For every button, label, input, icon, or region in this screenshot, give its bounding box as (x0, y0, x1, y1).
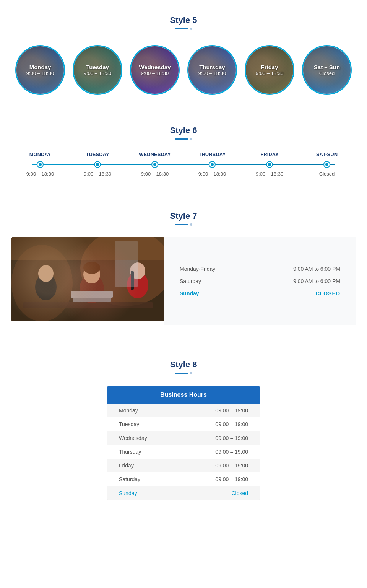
svg-point-5 (38, 265, 54, 282)
style6-dot-wrapper-1 (73, 161, 122, 168)
style6-day-label-1: TUESDAY (73, 151, 122, 157)
style6-line-row (11, 161, 356, 168)
circle-day-3: Thursday (199, 64, 225, 70)
style8-hours-6: Closed (231, 490, 248, 496)
style7-row-0: Monday-Friday9:00 AM to 6:00 PM (180, 266, 340, 272)
style7-day-0: Monday-Friday (180, 266, 215, 272)
style8-container: Business Hours Monday09:00 – 19:00Tuesda… (107, 386, 260, 500)
circle-hours-1: 9:00 – 18:30 (84, 70, 111, 76)
circle-item-1: Tuesday 9:00 – 18:30 (73, 45, 122, 95)
circle-hours-4: 9:00 – 18:30 (256, 70, 283, 76)
style6-day-label-3: THURSDAY (187, 151, 237, 157)
circle-item-5: Sat – Sun Closed (302, 45, 352, 95)
style7-title: Style 7 (0, 196, 367, 221)
style6-dot-5 (323, 161, 330, 168)
style6-dot-0 (37, 161, 44, 168)
style8-row-5: Saturday09:00 – 19:00 (107, 472, 260, 486)
style6-hours-label-3: 9:00 – 18:30 (187, 171, 237, 177)
style5-circles-row: Monday 9:00 – 18:30 Tuesday 9:00 – 18:30… (0, 41, 367, 110)
style7-time-2: CLOSED (316, 290, 340, 296)
style8-day-6: Sunday (119, 490, 137, 496)
style6-day-label-4: FRIDAY (245, 151, 294, 157)
style8-hours-2: 09:00 – 19:00 (215, 435, 248, 441)
style8-day-3: Thursday (119, 449, 141, 455)
style8-hours-3: 09:00 – 19:00 (215, 449, 248, 455)
svg-point-6 (80, 274, 104, 303)
svg-point-1 (80, 237, 164, 306)
style7-table-card: Monday-Friday9:00 AM to 6:00 PMSaturday9… (164, 237, 356, 325)
style8-day-0: Monday (119, 407, 138, 414)
style8-hours-1: 09:00 – 19:00 (215, 421, 248, 427)
circle-item-2: Wednesday 9:00 – 18:30 (130, 45, 180, 95)
style6-hours-row: 9:00 – 18:309:00 – 18:309:00 – 18:309:00… (11, 168, 356, 177)
style8-day-2: Wednesday (119, 435, 147, 441)
svg-rect-3 (23, 302, 153, 308)
svg-rect-0 (11, 237, 164, 321)
style8-row-1: Tuesday09:00 – 19:00 (107, 417, 260, 431)
circle-day-1: Tuesday (86, 64, 109, 70)
style5-title: Style 5 (0, 0, 367, 25)
style7-row-2: SundayCLOSED (180, 290, 340, 296)
style8-row-4: Friday09:00 – 19:00 (107, 459, 260, 472)
circle-hours-5: Closed (319, 70, 335, 76)
style7-time-0: 9:00 AM to 6:00 PM (293, 266, 340, 272)
style6-hours-label-1: 9:00 – 18:30 (73, 171, 122, 177)
style8-hours-5: 09:00 – 19:00 (215, 476, 248, 482)
style6-dot-wrapper-4 (245, 161, 294, 168)
svg-point-10 (130, 262, 145, 279)
style6-dot-3 (209, 161, 216, 168)
svg-rect-14 (115, 241, 138, 287)
style6-dots-row (15, 161, 352, 168)
style6-hours-label-4: 9:00 – 18:30 (245, 171, 294, 177)
style7-day-1: Saturday (180, 278, 201, 284)
svg-rect-13 (71, 291, 113, 298)
style8-underline (0, 372, 367, 374)
svg-rect-11 (131, 271, 134, 290)
circle-item-3: Thursday 9:00 – 18:30 (187, 45, 237, 95)
style6-hours-label-2: 9:00 – 18:30 (130, 171, 180, 177)
style6-container: MONDAYTUESDAYWEDNESDAYTHURSDAYFRIDAYSAT-… (0, 151, 367, 196)
style6-underline (0, 138, 367, 140)
style7-underline (0, 223, 367, 226)
svg-point-7 (83, 265, 100, 283)
style6-dot-wrapper-0 (15, 161, 65, 168)
svg-point-2 (11, 245, 73, 321)
style6-day-label-5: SAT-SUN (302, 151, 352, 157)
style6-dot-1 (94, 161, 101, 168)
style6-day-label-2: WEDNESDAY (130, 151, 180, 157)
svg-point-4 (35, 274, 57, 300)
style6-dot-wrapper-3 (187, 161, 237, 168)
style8-row-6: SundayClosed (107, 486, 260, 500)
style6-title: Style 6 (0, 110, 367, 135)
circle-day-4: Friday (261, 64, 278, 70)
circle-hours-0: 9:00 – 18:30 (26, 70, 54, 76)
style5-underline (0, 28, 367, 30)
svg-rect-15 (11, 237, 164, 260)
style7-time-1: 9:00 AM to 6:00 PM (293, 278, 340, 284)
style6-dot-4 (266, 161, 273, 168)
circle-day-0: Monday (29, 64, 51, 70)
circle-item-4: Friday 9:00 – 18:30 (245, 45, 294, 95)
circle-day-2: Wednesday (139, 64, 171, 70)
style6-days-row: MONDAYTUESDAYWEDNESDAYTHURSDAYFRIDAYSAT-… (11, 151, 356, 157)
circle-hours-2: 9:00 – 18:30 (141, 70, 169, 76)
style7-container: Monday-Friday9:00 AM to 6:00 PMSaturday9… (11, 237, 356, 325)
style8-header: Business Hours (107, 386, 260, 404)
style8-day-4: Friday (119, 463, 134, 469)
style8-row-0: Monday09:00 – 19:00 (107, 404, 260, 417)
style8-day-5: Saturday (119, 476, 140, 482)
style8-title: Style 8 (0, 344, 367, 370)
style6-dot-2 (151, 161, 158, 168)
style7-row-1: Saturday9:00 AM to 6:00 PM (180, 278, 340, 284)
style8-hours-0: 09:00 – 19:00 (215, 407, 248, 414)
svg-rect-12 (73, 296, 111, 302)
style8-hours-4: 09:00 – 19:00 (215, 463, 248, 469)
circle-day-5: Sat – Sun (314, 64, 340, 70)
style8-row-2: Wednesday09:00 – 19:00 (107, 431, 260, 445)
style7-image (11, 237, 164, 321)
style6-hours-label-5: Closed (302, 171, 352, 177)
svg-point-9 (127, 272, 148, 298)
style8-row-3: Thursday09:00 – 19:00 (107, 445, 260, 459)
style7-day-2: Sunday (180, 290, 199, 296)
style8-day-1: Tuesday (119, 421, 139, 427)
